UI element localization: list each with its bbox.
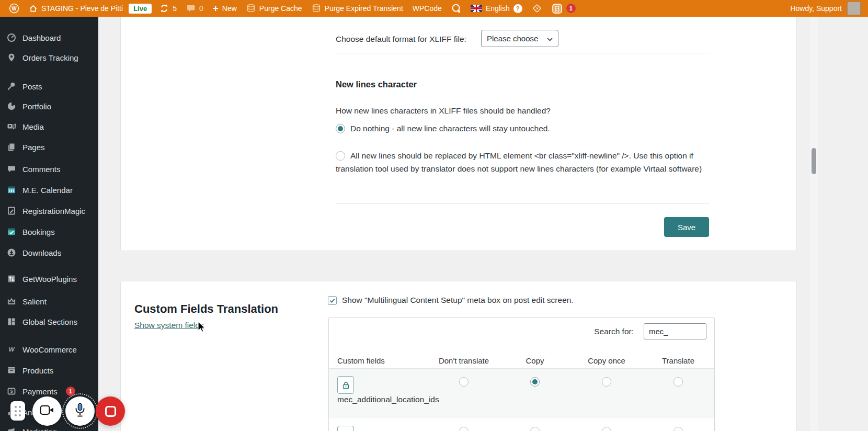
scrollbar-thumb[interactable]: [812, 148, 816, 174]
sidebar-item-pages[interactable]: Pages: [0, 139, 98, 155]
radio-translate[interactable]: [673, 377, 683, 387]
layout-icon: [7, 317, 16, 326]
sidebar-item-products[interactable]: Products: [0, 362, 98, 378]
howdy-text[interactable]: Howdy, Support: [790, 4, 842, 13]
sidebar-item-media[interactable]: Media: [0, 119, 98, 134]
home-icon: [29, 4, 38, 13]
camera-button[interactable]: [32, 396, 62, 426]
language-label: English: [486, 4, 510, 13]
wordpress-admin-page: W STAGING - Pieve de Pitti Live 5 0 + Ne…: [0, 0, 868, 431]
avatar[interactable]: [847, 2, 861, 15]
admin-sidebar: Dashboard Orders Tracking Posts Portfoli…: [0, 17, 98, 431]
updates-menu[interactable]: 5: [155, 0, 181, 17]
sidebar-item-salient[interactable]: Salient: [0, 293, 98, 309]
comment-bubble-icon: [186, 4, 196, 13]
purge-cache-menu[interactable]: Purge Cache: [242, 0, 307, 17]
megaphone-icon: [7, 427, 16, 431]
products-box-icon: [7, 366, 16, 375]
sidebar-item-comments[interactable]: Comments: [0, 161, 98, 177]
notifications-menu[interactable]: 1: [547, 0, 580, 17]
radio-dont-translate[interactable]: [459, 377, 469, 387]
divider: [336, 53, 710, 53]
meta-box-checkbox-row[interactable]: Show "Multilingual Content Setup" meta b…: [328, 296, 574, 305]
stop-record-button[interactable]: [96, 396, 125, 426]
scrollbar-track[interactable]: [810, 17, 818, 431]
language-menu[interactable]: English ?: [466, 0, 527, 17]
wordpress-logo-icon: W: [9, 3, 19, 14]
payments-icon: $: [7, 387, 16, 396]
help-icon: ?: [513, 4, 522, 13]
radio-label: All new lines should be replaced by HTML…: [336, 151, 702, 173]
sidebar-item-bookings[interactable]: Bookings: [0, 224, 98, 240]
download-circle-icon: [7, 248, 16, 257]
calendar-icon: [7, 185, 16, 195]
media-icon: [7, 122, 16, 131]
bookings-calendar-icon: [7, 227, 16, 236]
newlines-question: How new lines characters in XLIFF files …: [336, 106, 551, 116]
column-header-dont-translate: Don't translate: [432, 356, 495, 365]
wpcode-diamond-menu[interactable]: [527, 0, 547, 17]
sliders-icon: [7, 274, 16, 283]
radio-translate[interactable]: [673, 427, 683, 431]
sidebar-item-getwooplugins[interactable]: GetWooPlugins: [0, 271, 98, 287]
sidebar-item-posts[interactable]: Posts: [0, 78, 98, 94]
sidebar-item-dashboard[interactable]: Dashboard: [0, 30, 98, 46]
radio-option-replace-br[interactable]: All new lines should be replaced by HTML…: [336, 149, 717, 175]
sidebar-item-orders-tracking[interactable]: Orders Tracking: [0, 50, 98, 65]
save-button[interactable]: Save: [664, 217, 709, 237]
table-row: mec_additional_location_ids: [329, 369, 715, 418]
checkbox-checked[interactable]: [328, 296, 337, 305]
chevron-down-icon: [547, 34, 553, 43]
checkbox-label: Show "Multilingual Content Setup" meta b…: [342, 296, 574, 305]
xliff-format-select[interactable]: Please choose: [481, 30, 558, 47]
radio-dont-translate[interactable]: [459, 427, 469, 431]
refresh-icon: [159, 4, 169, 13]
sidebar-item-downloads[interactable]: Downloads: [0, 245, 98, 260]
sidebar-item-woocommerce[interactable]: W WooCommerce: [0, 342, 98, 357]
radio-option-do-nothing[interactable]: Do nothing - all new line characters wil…: [336, 124, 550, 133]
database-icon: [312, 4, 321, 13]
svg-text:$: $: [10, 389, 13, 394]
plus-icon: +: [213, 3, 219, 13]
microphone-icon: [74, 403, 86, 419]
widget-drag-handle[interactable]: [10, 401, 25, 421]
site-name-menu[interactable]: STAGING - Pieve de Pitti: [24, 0, 128, 17]
new-label: New: [222, 4, 237, 13]
column-header-custom-fields: Custom fields: [337, 356, 385, 365]
radio-selected[interactable]: [336, 124, 345, 133]
custom-fields-heading: Custom Fields Translation: [134, 302, 278, 316]
radio-copy-selected[interactable]: [530, 377, 540, 387]
sidebar-item-global-sections[interactable]: Global Sections: [0, 314, 98, 330]
live-badge: Live: [129, 4, 152, 14]
sidebar-item-registrationmagic[interactable]: RegistrationMagic: [0, 203, 98, 219]
show-system-fields-link[interactable]: Show system fields: [134, 321, 204, 330]
sidebar-item-portfolio[interactable]: Portfolio: [0, 98, 98, 114]
column-header-translate: Translate: [652, 356, 704, 365]
search-input[interactable]: [644, 323, 706, 339]
radio-copy-once[interactable]: [602, 427, 611, 431]
wpcode-label: WPCode: [413, 4, 442, 13]
radio-copy-once[interactable]: [602, 377, 611, 387]
database-icon: [246, 4, 256, 13]
lock-button[interactable]: [337, 426, 354, 431]
column-header-copy-once: Copy once: [575, 356, 638, 365]
uk-flag-icon: [471, 5, 482, 12]
svg-text:W: W: [12, 6, 17, 12]
microphone-button[interactable]: [65, 396, 95, 426]
new-menu[interactable]: + New: [208, 0, 242, 17]
query-monitor-menu[interactable]: [447, 0, 466, 17]
sidebar-item-me-calendar[interactable]: M.E. Calendar: [0, 182, 98, 198]
lock-button[interactable]: [337, 376, 354, 394]
search-label: Search for:: [594, 327, 634, 336]
comments-menu[interactable]: 0: [181, 0, 208, 17]
purge-transient-menu[interactable]: Purge Expired Transient: [307, 0, 408, 17]
woocommerce-icon: W: [7, 345, 16, 354]
radio-copy[interactable]: [530, 427, 540, 431]
pushpin-icon: [7, 82, 16, 91]
xliff-format-label: Choose default format for XLIFF file:: [336, 35, 466, 44]
wp-logo-menu[interactable]: W: [4, 0, 24, 17]
pages-icon: [7, 142, 16, 152]
radio-unselected[interactable]: [336, 151, 345, 161]
wpcode-menu[interactable]: WPCode: [408, 0, 447, 17]
form-pencil-icon: [7, 206, 16, 216]
